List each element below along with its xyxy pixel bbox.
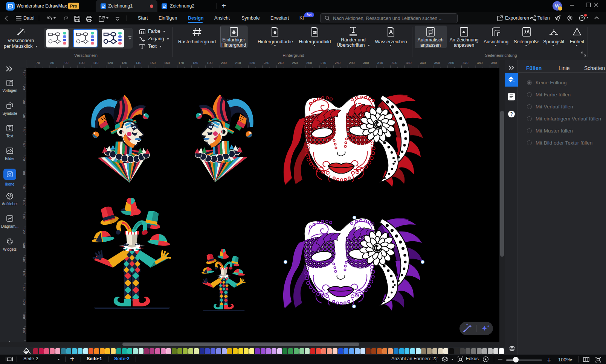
svg-text:180: 180	[22, 313, 26, 319]
svg-text:370: 370	[463, 61, 469, 65]
svg-text:50: 50	[22, 129, 26, 133]
svg-text:230: 230	[264, 61, 269, 65]
svg-text:?: ?	[510, 111, 513, 117]
svg-text:160: 160	[164, 61, 170, 65]
svg-text:380: 380	[477, 61, 482, 65]
svg-text:40: 40	[22, 114, 26, 118]
svg-text:140: 140	[136, 61, 141, 65]
svg-text:190: 190	[207, 61, 212, 65]
svg-text:80: 80	[50, 61, 54, 65]
svg-text:260: 260	[306, 61, 312, 65]
svg-text:110: 110	[93, 61, 98, 65]
svg-text:100: 100	[22, 200, 26, 205]
svg-text:90: 90	[22, 186, 26, 189]
svg-text:70: 70	[36, 61, 40, 65]
svg-text:120: 120	[22, 228, 26, 234]
svg-text:140: 140	[22, 256, 26, 262]
svg-text:70: 70	[22, 157, 26, 161]
svg-text:190: 190	[22, 327, 26, 333]
svg-text:80: 80	[22, 171, 26, 175]
svg-text:250: 250	[292, 61, 298, 65]
svg-text:20: 20	[22, 86, 26, 90]
svg-text:300: 300	[363, 61, 369, 65]
svg-text:340: 340	[420, 61, 426, 65]
svg-text:160: 160	[22, 285, 26, 291]
svg-text:220: 220	[249, 61, 255, 65]
svg-text:330: 330	[406, 61, 412, 65]
svg-text:360: 360	[449, 61, 454, 65]
svg-text:280: 280	[335, 61, 340, 65]
svg-text:130: 130	[122, 61, 127, 65]
svg-text:10: 10	[22, 72, 26, 76]
svg-text:210: 210	[235, 61, 241, 65]
svg-text:310: 310	[377, 61, 383, 65]
svg-text:30: 30	[22, 100, 26, 104]
svg-text:130: 130	[22, 242, 26, 248]
svg-text:350: 350	[434, 61, 440, 65]
svg-text:270: 270	[321, 61, 326, 65]
svg-text:100: 100	[79, 61, 84, 65]
svg-text:240: 240	[278, 61, 284, 65]
svg-text:150: 150	[22, 271, 26, 276]
svg-text:60: 60	[22, 143, 26, 146]
svg-text:?: ?	[581, 16, 583, 20]
svg-text:170: 170	[179, 61, 184, 65]
svg-text:320: 320	[392, 61, 397, 65]
svg-text:290: 290	[349, 61, 355, 65]
svg-text:90: 90	[65, 61, 69, 65]
svg-text:390: 390	[491, 61, 497, 65]
svg-text:120: 120	[107, 61, 113, 65]
svg-text:200: 200	[221, 61, 227, 65]
svg-text:110: 110	[22, 214, 26, 219]
svg-text:150: 150	[150, 61, 156, 65]
svg-text:170: 170	[22, 299, 26, 305]
svg-text:180: 180	[192, 61, 198, 65]
